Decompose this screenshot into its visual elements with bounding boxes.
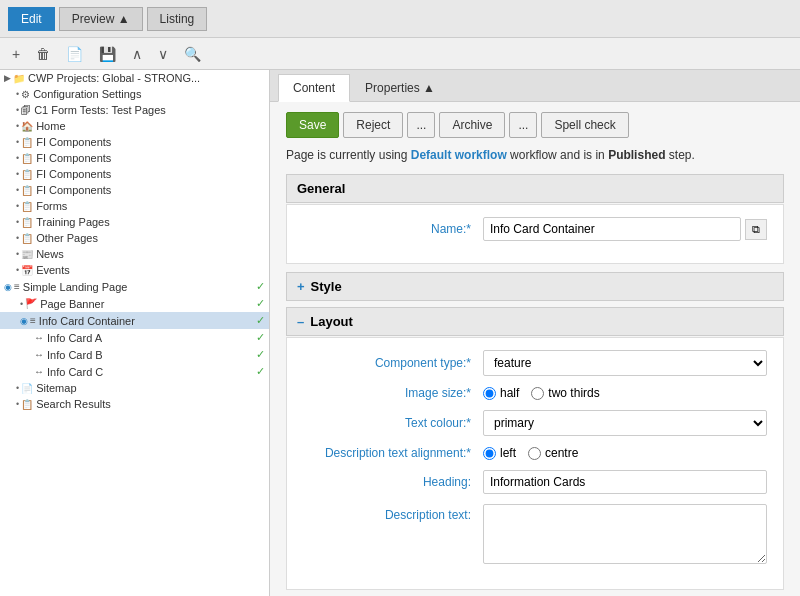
sidebar-item-search-results[interactable]: • 📋 Search Results <box>0 396 269 412</box>
desc-text-label: Description text: <box>303 504 483 522</box>
desc-text-control <box>483 504 767 567</box>
sidebar-item-other[interactable]: • 📋 Other Pages <box>0 230 269 246</box>
sidebar-item-fi4[interactable]: • 📋 FI Components <box>0 182 269 198</box>
folder-icon: 📁 <box>13 73 25 84</box>
desc-align-left-option[interactable]: left <box>483 446 516 460</box>
sidebar-item-form-tests[interactable]: • 🗐 C1 Form Tests: Test Pages <box>0 102 269 118</box>
text-colour-select[interactable]: primary secondary white <box>483 410 767 436</box>
dot-icon: • <box>16 201 19 211</box>
sidebar-item-fi1[interactable]: • 📋 FI Components <box>0 134 269 150</box>
add-icon[interactable]: + <box>8 44 24 64</box>
save-button[interactable]: Save <box>286 112 339 138</box>
desc-align-centre-radio[interactable] <box>528 447 541 460</box>
sidebar-item-label: Info Card C <box>47 366 256 378</box>
image-size-radio-group: half two thirds <box>483 386 767 400</box>
sidebar-item-page-banner[interactable]: • 🚩 Page Banner ✓ <box>0 295 269 312</box>
collapse-icon[interactable]: ◉ <box>4 282 12 292</box>
image-size-two-thirds-option[interactable]: two thirds <box>531 386 599 400</box>
more-button-2[interactable]: ... <box>509 112 537 138</box>
move-down-icon[interactable]: ∨ <box>154 44 172 64</box>
page-icon: 📋 <box>21 185 33 196</box>
status-badge: ✓ <box>256 331 265 344</box>
component-type-control: feature standard compact <box>483 350 767 376</box>
sidebar-item-info-card-c[interactable]: ↔ Info Card C ✓ <box>0 363 269 380</box>
image-size-half-radio[interactable] <box>483 387 496 400</box>
workflow-suffix: step. <box>665 148 694 162</box>
component-type-select[interactable]: feature standard compact <box>483 350 767 376</box>
action-row: Save Reject ... Archive ... Spell check <box>286 112 784 138</box>
layout-section-header[interactable]: – Layout <box>286 307 784 336</box>
sidebar-item-info-card-b[interactable]: ↔ Info Card B ✓ <box>0 346 269 363</box>
tab-properties[interactable]: Properties ▲ <box>350 74 450 101</box>
style-section-header[interactable]: + Style <box>286 272 784 301</box>
sidebar-item-events[interactable]: • 📅 Events <box>0 262 269 278</box>
name-input[interactable] <box>483 217 741 241</box>
sidebar-item-fi3[interactable]: • 📋 FI Components <box>0 166 269 182</box>
sidebar-item-forms[interactable]: • 📋 Forms <box>0 198 269 214</box>
status-badge: ✓ <box>256 365 265 378</box>
sidebar-item-label: Info Card B <box>47 349 256 361</box>
sidebar-item-fi2[interactable]: • 📋 FI Components <box>0 150 269 166</box>
desc-align-left-label: left <box>500 446 516 460</box>
preview-tab[interactable]: Preview ▲ <box>59 7 143 31</box>
sidebar-item-label: FI Components <box>36 184 265 196</box>
general-section-header: General <box>286 174 784 203</box>
workflow-middle: workflow and is in <box>507 148 608 162</box>
desc-align-control: left centre <box>483 446 767 460</box>
sidebar-item-label: Info Card Container <box>39 315 256 327</box>
desc-align-left-radio[interactable] <box>483 447 496 460</box>
desc-text-input[interactable] <box>483 504 767 564</box>
workflow-link[interactable]: Default workflow <box>411 148 507 162</box>
search-icon[interactable]: 🔍 <box>180 44 205 64</box>
copy-name-button[interactable]: ⧉ <box>745 219 767 240</box>
dot-icon: • <box>16 105 19 115</box>
content-body: Save Reject ... Archive ... Spell check … <box>270 102 800 596</box>
sidebar-item-info-card-a[interactable]: ↔ Info Card A ✓ <box>0 329 269 346</box>
edit-tab[interactable]: Edit <box>8 7 55 31</box>
tab-content[interactable]: Content <box>278 74 350 102</box>
sidebar-item-training[interactable]: • 📋 Training Pages <box>0 214 269 230</box>
page-icon: 🗐 <box>21 105 31 116</box>
image-size-two-thirds-label: two thirds <box>548 386 599 400</box>
sidebar-item-simple-landing[interactable]: ◉ ≡ Simple Landing Page ✓ <box>0 278 269 295</box>
status-badge: ✓ <box>256 297 265 310</box>
text-colour-label: Text colour:* <box>303 416 483 430</box>
sidebar-item-config[interactable]: • ⚙ Configuration Settings <box>0 86 269 102</box>
heading-control <box>483 470 767 494</box>
image-size-half-option[interactable]: half <box>483 386 519 400</box>
news-icon: 📰 <box>21 249 33 260</box>
desc-align-centre-option[interactable]: centre <box>528 446 578 460</box>
name-control: ⧉ <box>483 217 767 241</box>
dot-icon: • <box>16 265 19 275</box>
style-toggle-icon[interactable]: + <box>297 279 305 294</box>
reject-button[interactable]: Reject <box>343 112 403 138</box>
archive-button[interactable]: Archive <box>439 112 505 138</box>
expand-icon[interactable]: ▶ <box>4 73 11 83</box>
listing-tab[interactable]: Listing <box>147 7 208 31</box>
sidebar-item-news[interactable]: • 📰 News <box>0 246 269 262</box>
spellcheck-button[interactable]: Spell check <box>541 112 628 138</box>
sidebar-item-sitemap[interactable]: • 📄 Sitemap <box>0 380 269 396</box>
sidebar-item-info-card-container[interactable]: ◉ ≡ Info Card Container ✓ <box>0 312 269 329</box>
general-form: Name:* ⧉ <box>286 204 784 264</box>
move-up-icon[interactable]: ∧ <box>128 44 146 64</box>
layout-toggle-icon[interactable]: – <box>297 314 304 329</box>
image-size-two-thirds-radio[interactable] <box>531 387 544 400</box>
text-colour-row: Text colour:* primary secondary white <box>303 410 767 436</box>
sidebar-item-label: Events <box>36 264 265 276</box>
more-button-1[interactable]: ... <box>407 112 435 138</box>
collapse-icon[interactable]: ◉ <box>20 316 28 326</box>
component-type-row: Component type:* feature standard compac… <box>303 350 767 376</box>
grid-icon: ≡ <box>30 315 36 326</box>
sidebar-item-label: Sitemap <box>36 382 265 394</box>
sidebar-item-home[interactable]: • 🏠 Home <box>0 118 269 134</box>
save-icon[interactable]: 💾 <box>95 44 120 64</box>
dot-icon: • <box>16 217 19 227</box>
delete-icon[interactable]: 🗑 <box>32 44 54 64</box>
desc-align-row: Description text alignment:* left centre <box>303 446 767 460</box>
sidebar-item-root[interactable]: ▶ 📁 CWP Projects: Global - STRONG... <box>0 70 269 86</box>
copy-icon-btn[interactable]: 📄 <box>62 44 87 64</box>
heading-input[interactable] <box>483 470 767 494</box>
home-icon: 🏠 <box>21 121 33 132</box>
desc-align-radio-group: left centre <box>483 446 767 460</box>
